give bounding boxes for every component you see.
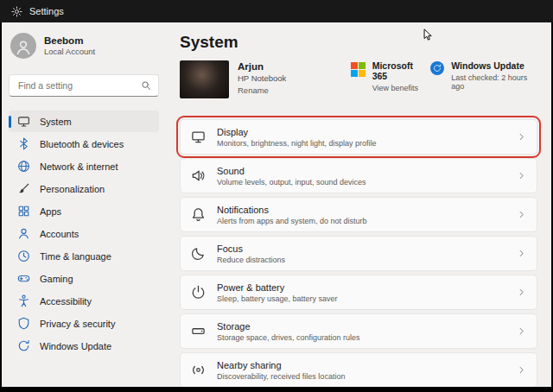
- sidebar-item-label: Accounts: [40, 229, 79, 239]
- bluetooth-icon: [17, 137, 30, 150]
- settings-row-nearby-sharing[interactable]: Nearby sharing Discoverability, received…: [180, 352, 537, 387]
- accessibility-icon: [17, 294, 30, 307]
- system-icon: [17, 115, 30, 128]
- chevron-right-icon: [517, 132, 526, 142]
- row-title: Storage: [217, 321, 360, 332]
- row-title: Sound: [217, 166, 366, 177]
- apps-icon: [17, 205, 30, 218]
- row-subtitle: Storage space, drives, configuration rul…: [217, 333, 360, 342]
- focus-icon: [191, 246, 206, 261]
- window-titlebar: Settings: [0, 0, 553, 22]
- user-account-block[interactable]: Beebom Local Account: [9, 31, 159, 59]
- sidebar-item-privacy-security[interactable]: Privacy & security: [9, 313, 159, 334]
- row-title: Display: [217, 127, 377, 138]
- windows-update-card[interactable]: Windows Update Last checked: 2 hours ago: [430, 60, 537, 91]
- sidebar-nav: System Bluetooth & devices Network & int…: [9, 111, 159, 357]
- window-title: Settings: [29, 6, 64, 16]
- main-content: System Arjun HP Notebook Rename Microsof…: [166, 22, 551, 387]
- sidebar-item-label: Windows Update: [40, 341, 111, 351]
- page-title: System: [180, 33, 537, 52]
- sidebar-item-accounts[interactable]: Accounts: [9, 223, 159, 244]
- row-subtitle: Discoverability, received files location: [217, 372, 345, 381]
- nearby-sharing-icon: [191, 363, 206, 377]
- windows-update-last-checked: Last checked: 2 hours ago: [451, 73, 537, 91]
- sidebar-item-label: Privacy & security: [40, 319, 115, 329]
- gaming-icon: [17, 272, 30, 285]
- sidebar-item-windows-update[interactable]: Windows Update: [9, 335, 159, 357]
- chevron-right-icon: [517, 210, 526, 219]
- row-subtitle: Alerts from apps and system, do not dist…: [217, 217, 367, 225]
- sidebar-item-label: Gaming: [40, 274, 73, 284]
- gear-icon: [11, 6, 22, 17]
- accounts-icon: [17, 227, 30, 240]
- sidebar-item-apps[interactable]: Apps: [9, 200, 159, 222]
- row-title: Power & battery: [217, 282, 338, 294]
- windows-update-title: Windows Update: [451, 60, 537, 71]
- row-subtitle: Monitors, brightness, night light, displ…: [217, 139, 377, 148]
- privacy-icon: [17, 317, 30, 330]
- settings-row-focus[interactable]: Focus Reduce distractions: [180, 236, 537, 271]
- time-language-icon: [17, 250, 30, 262]
- rename-button[interactable]: Rename: [238, 85, 286, 95]
- chevron-right-icon: [517, 326, 526, 336]
- sidebar-item-label: Apps: [40, 206, 61, 217]
- search-input[interactable]: [16, 79, 141, 92]
- user-account-type: Local Account: [44, 47, 95, 57]
- device-model: HP Notebook: [238, 73, 286, 83]
- sidebar-item-bluetooth-devices[interactable]: Bluetooth & devices: [9, 133, 159, 155]
- microsoft-logo-icon: [351, 62, 365, 77]
- sidebar-item-personalization[interactable]: Personalization: [9, 178, 159, 199]
- search-box[interactable]: [9, 74, 159, 97]
- row-subtitle: Volume levels, output, input, sound devi…: [217, 178, 366, 187]
- display-icon: [191, 130, 206, 144]
- mouse-cursor: [423, 28, 433, 42]
- row-title: Focus: [217, 243, 285, 255]
- sidebar-item-system[interactable]: System: [9, 111, 159, 132]
- sidebar-item-label: Time & language: [40, 251, 111, 262]
- windows-update-status-icon: [430, 61, 444, 75]
- sidebar-item-network-internet[interactable]: Network & internet: [9, 155, 159, 177]
- sidebar-item-label: Accessibility: [40, 296, 92, 307]
- settings-row-sound[interactable]: Sound Volume levels, output, input, soun…: [180, 158, 537, 193]
- ms365-title: Microsoft 365: [372, 60, 431, 81]
- selected-indicator: [9, 116, 11, 128]
- sidebar-item-time-language[interactable]: Time & language: [9, 245, 159, 267]
- network-icon: [17, 160, 30, 173]
- personalization-icon: [17, 182, 30, 195]
- notifications-icon: [191, 207, 206, 222]
- storage-icon: [191, 324, 206, 338]
- sidebar-item-accessibility[interactable]: Accessibility: [9, 290, 159, 312]
- settings-rows: Display Monitors, brightness, night ligh…: [180, 119, 537, 387]
- user-name: Beebom: [44, 35, 95, 47]
- sidebar-item-label: Network & internet: [40, 161, 118, 172]
- windows-update-icon: [17, 339, 30, 352]
- chevron-right-icon: [517, 288, 526, 297]
- sidebar-item-gaming[interactable]: Gaming: [9, 268, 159, 289]
- user-avatar: [10, 33, 36, 59]
- chevron-right-icon: [517, 171, 526, 180]
- settings-row-storage[interactable]: Storage Storage space, drives, configura…: [180, 313, 537, 349]
- row-title: Notifications: [217, 205, 367, 216]
- row-subtitle: Reduce distractions: [217, 256, 285, 264]
- power-icon: [191, 285, 206, 300]
- sidebar-item-label: System: [40, 117, 72, 127]
- chevron-right-icon: [517, 249, 526, 258]
- device-card: Arjun HP Notebook Rename: [180, 60, 351, 98]
- person-icon: [15, 39, 32, 56]
- chevron-right-icon: [517, 365, 526, 375]
- settings-window: Beebom Local Account System Bluetooth & …: [2, 22, 551, 387]
- device-name: Arjun: [238, 61, 286, 72]
- sidebar-item-label: Bluetooth & devices: [40, 139, 124, 149]
- search-icon: [141, 80, 151, 91]
- row-subtitle: Sleep, battery usage, battery saver: [217, 294, 338, 303]
- settings-row-display[interactable]: Display Monitors, brightness, night ligh…: [180, 119, 537, 155]
- device-header-strip: Arjun HP Notebook Rename Microsoft 365 V…: [180, 60, 537, 98]
- row-title: Nearby sharing: [217, 360, 345, 371]
- ms365-view-benefits-link[interactable]: View benefits: [372, 84, 431, 92]
- device-thumbnail-image: [180, 60, 229, 98]
- sidebar: Beebom Local Account System Bluetooth & …: [2, 22, 166, 387]
- sidebar-item-label: Personalization: [40, 184, 105, 194]
- microsoft-365-card[interactable]: Microsoft 365 View benefits: [351, 60, 431, 92]
- settings-row-notifications[interactable]: Notifications Alerts from apps and syste…: [180, 197, 537, 232]
- settings-row-power-battery[interactable]: Power & battery Sleep, battery usage, ba…: [180, 275, 537, 310]
